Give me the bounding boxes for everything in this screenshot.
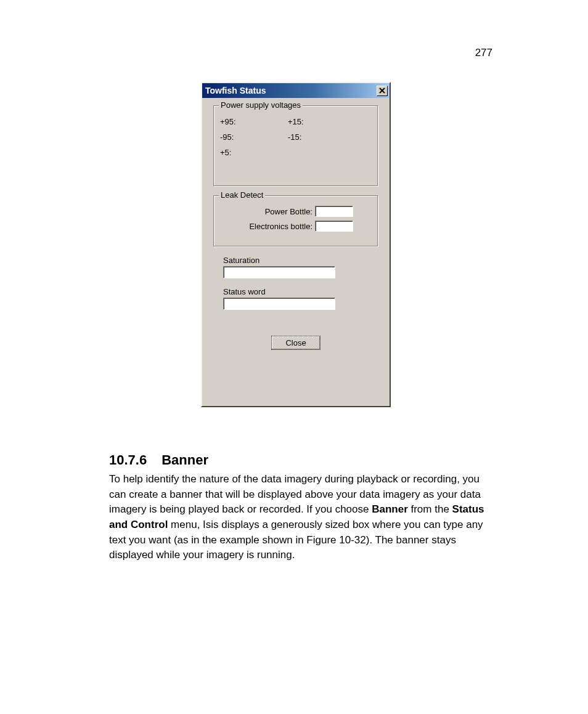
section-number: 10.7.6 <box>109 452 147 468</box>
power-supply-voltages-group: Power supply voltages +95: +15: -95: -15… <box>213 105 378 187</box>
voltage-pos15-label: +15: <box>288 117 356 126</box>
leak-detect-group: Leak Detect Power Bottle: Electronics bo… <box>213 195 378 247</box>
voltage-neg15-label: -15: <box>288 132 356 142</box>
voltage-pos5-label: +5: <box>220 148 288 157</box>
voltages-legend: Power supply voltages <box>219 100 303 110</box>
page-number: 277 <box>475 47 492 59</box>
leak-legend: Leak Detect <box>219 190 265 200</box>
electronics-bottle-field <box>315 221 353 232</box>
electronics-bottle-label: Electronics bottle: <box>220 222 315 231</box>
voltage-empty <box>288 148 356 157</box>
dialog-body: Power supply voltages +95: +15: -95: -15… <box>202 98 390 361</box>
section-body: To help identify the nature of the data … <box>109 472 485 563</box>
body-text-2: from the <box>408 503 452 515</box>
towfish-status-dialog: Towfish Status Power supply voltages +95… <box>201 82 391 407</box>
section-10-7-6: 10.7.6Banner To help identify the nature… <box>109 452 485 563</box>
bold-banner: Banner <box>372 503 408 515</box>
section-heading: 10.7.6Banner <box>109 452 485 468</box>
titlebar: Towfish Status <box>202 83 390 98</box>
close-icon[interactable] <box>377 86 388 96</box>
saturation-field[interactable] <box>223 266 335 278</box>
saturation-label: Saturation <box>223 256 378 265</box>
dialog-title: Towfish Status <box>205 86 266 95</box>
status-word-section: Status word <box>223 287 378 310</box>
voltage-neg95-label: -95: <box>220 132 288 142</box>
status-word-label: Status word <box>223 287 378 296</box>
power-bottle-field <box>315 206 353 217</box>
power-bottle-label: Power Bottle: <box>220 207 315 216</box>
section-title: Banner <box>161 452 208 468</box>
close-button[interactable]: Close <box>271 336 320 350</box>
voltage-pos95-label: +95: <box>220 117 288 126</box>
saturation-section: Saturation <box>223 256 378 278</box>
status-word-field[interactable] <box>223 298 335 310</box>
